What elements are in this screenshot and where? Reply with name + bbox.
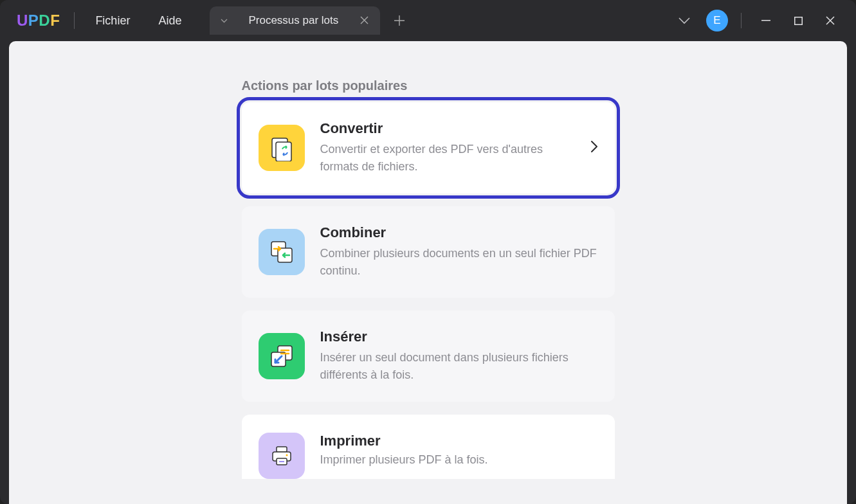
new-tab-button[interactable] [385, 6, 414, 35]
card-desc: Convertir et exporter des PDF vers d'aut… [320, 141, 575, 176]
card-title: Insérer [320, 328, 598, 345]
app-logo[interactable]: U P D F [5, 12, 71, 30]
window-controls [751, 6, 846, 35]
close-button[interactable] [815, 6, 846, 35]
maximize-icon [794, 17, 803, 25]
svg-rect-10 [277, 447, 287, 452]
content-area: Actions par lots populaires Convertir [9, 41, 847, 504]
tab-bar: Processus par lots [210, 6, 414, 35]
maximize-button[interactable] [783, 6, 814, 35]
card-desc: Combiner plusieurs documents en un seul … [320, 245, 598, 280]
action-card-convert[interactable]: Convertir Convertir et exporter des PDF … [242, 102, 615, 194]
card-title: Convertir [320, 120, 575, 137]
print-icon [259, 433, 305, 479]
tab-batch-process[interactable]: Processus par lots [238, 6, 380, 35]
card-desc: Imprimer plusieurs PDF à la fois. [320, 453, 488, 467]
action-card-insert[interactable]: Insérer Insérer un seul document dans pl… [242, 310, 615, 402]
chevron-right-icon [590, 140, 598, 156]
combine-icon [259, 229, 305, 275]
action-card-print[interactable]: Imprimer Imprimer plusieurs PDF à la foi… [242, 415, 615, 479]
card-desc: Insérer un seul document dans plusieurs … [320, 349, 598, 384]
menu-help[interactable]: Aide [144, 0, 196, 41]
tab-list-dropdown[interactable] [210, 6, 238, 35]
menubar: Fichier Aide [81, 0, 196, 41]
convert-icon [259, 125, 305, 171]
minimize-icon [761, 20, 770, 21]
svg-rect-0 [761, 20, 770, 21]
card-title: Imprimer [320, 433, 488, 449]
close-icon[interactable] [359, 13, 370, 29]
card-text: Combiner Combiner plusieurs documents en… [320, 224, 598, 280]
chevron-down-icon [678, 17, 690, 24]
titlebar: U P D F Fichier Aide Processus par lots [0, 0, 856, 41]
dropdown-button[interactable] [670, 6, 698, 35]
tab-label: Processus par lots [248, 14, 338, 27]
card-text: Convertir Convertir et exporter des PDF … [320, 120, 575, 176]
chevron-down-icon [221, 19, 228, 23]
divider [74, 12, 75, 29]
minimize-button[interactable] [751, 6, 781, 35]
close-icon [826, 16, 835, 25]
card-text: Insérer Insérer un seul document dans pl… [320, 328, 598, 384]
app-window: U P D F Fichier Aide Processus par lots [0, 0, 856, 504]
plus-icon [394, 15, 405, 26]
inner-container: Actions par lots populaires Convertir [242, 78, 615, 479]
svg-rect-1 [794, 17, 802, 24]
svg-point-13 [286, 455, 287, 456]
card-text: Imprimer Imprimer plusieurs PDF à la foi… [320, 433, 488, 467]
section-title: Actions par lots populaires [242, 78, 615, 93]
insert-icon [259, 333, 305, 379]
action-card-combine[interactable]: Combiner Combiner plusieurs documents en… [242, 206, 615, 298]
avatar[interactable]: E [706, 10, 728, 32]
svg-rect-3 [276, 142, 291, 161]
divider [741, 13, 742, 28]
titlebar-right: E [670, 6, 851, 35]
menu-file[interactable]: Fichier [81, 0, 144, 41]
card-title: Combiner [320, 224, 598, 241]
